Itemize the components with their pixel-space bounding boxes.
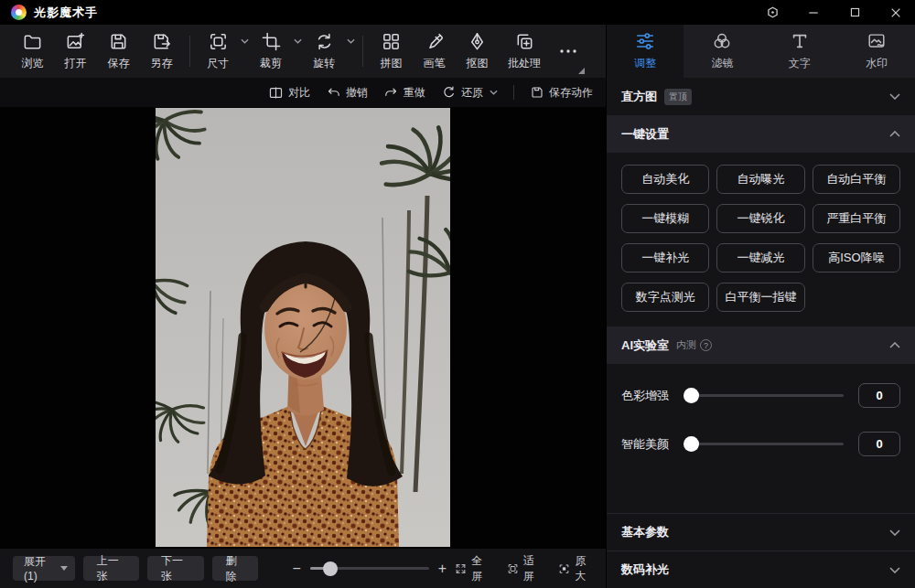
chevron-up-icon[interactable]: [889, 342, 900, 348]
photo-image: [156, 108, 450, 547]
browse-button[interactable]: 浏览: [11, 31, 54, 71]
auto-beautify-button[interactable]: 自动美化: [621, 165, 709, 194]
brush-icon: [424, 31, 445, 52]
one-key-dim-light-button[interactable]: 一键减光: [716, 243, 804, 273]
zoom-slider-handle[interactable]: [323, 561, 338, 576]
save-label: 保存: [108, 56, 130, 71]
main-toolbar: 浏览 打开 保存 另存: [0, 25, 606, 78]
delete-label: 删除: [226, 553, 245, 584]
tab-adjust-label: 调整: [634, 56, 656, 71]
save-action-icon: [530, 85, 544, 100]
more-tools-button[interactable]: [550, 39, 587, 63]
digital-fill-light-section-header[interactable]: 数码补光: [607, 551, 915, 588]
collage-grid-icon: [381, 31, 402, 52]
tab-filters[interactable]: 滤镜: [684, 25, 760, 78]
fit-screen-button[interactable]: 适屏: [507, 553, 542, 584]
resize-button[interactable]: 尺寸: [197, 31, 250, 71]
open-button[interactable]: 打开: [54, 31, 97, 71]
smart-beauty-label: 智能美颜: [621, 436, 674, 453]
one-key-buttons: 自动美化 自动曝光 自动白平衡 一键模糊 一键锐化 严重白平衡 一键补光 一键减…: [607, 153, 915, 326]
rotate-button[interactable]: 旋转: [303, 31, 356, 71]
digital-spot-metering-button[interactable]: 数字点测光: [621, 283, 709, 312]
undo-button[interactable]: 撤销: [326, 85, 368, 101]
chevron-up-icon[interactable]: [889, 131, 900, 137]
settings-gear-icon[interactable]: [764, 5, 780, 21]
close-icon[interactable]: [888, 5, 904, 21]
rotate-label: 旋转: [313, 56, 335, 71]
compare-button[interactable]: 对比: [268, 85, 310, 101]
redo-icon: [383, 85, 399, 101]
cutout-button[interactable]: 抠图: [456, 31, 499, 71]
color-enhance-slider[interactable]: [685, 394, 844, 397]
open-label: 打开: [65, 56, 87, 71]
pinned-badge: 置顶: [664, 89, 692, 105]
tab-adjust[interactable]: 调整: [607, 25, 684, 78]
delete-button[interactable]: 删除: [212, 556, 259, 581]
histogram-title: 直方图: [621, 89, 657, 105]
ai-lab-section-header[interactable]: AI实验室 内测 ?: [607, 326, 915, 364]
smart-beauty-slider[interactable]: [685, 443, 844, 445]
crop-button[interactable]: 裁剪: [250, 31, 303, 71]
batch-icon: [514, 31, 535, 52]
maximize-icon[interactable]: [846, 5, 863, 21]
fit-screen-label: 适屏: [523, 553, 542, 584]
restore-button[interactable]: 还原: [441, 85, 498, 101]
tab-filters-label: 滤镜: [711, 56, 733, 71]
app-title: 光影魔术手: [34, 5, 98, 21]
collage-button[interactable]: 拼图: [370, 31, 413, 71]
chevron-down-icon[interactable]: [889, 529, 900, 536]
one-key-fill-light-button[interactable]: 一键补光: [621, 243, 709, 273]
chevron-down-icon: [241, 38, 249, 44]
zoom-out-button[interactable]: −: [292, 561, 300, 577]
fullscreen-button[interactable]: 全屏: [455, 553, 490, 584]
beta-label: 内测: [676, 338, 696, 352]
zoom-in-button[interactable]: +: [438, 561, 447, 577]
auto-exposure-button[interactable]: 自动曝光: [716, 165, 804, 194]
restore-label: 还原: [461, 85, 483, 101]
chevron-down-icon[interactable]: [889, 93, 900, 100]
previous-button[interactable]: 上一张: [83, 556, 139, 581]
histogram-section-header[interactable]: 直方图 置顶: [607, 78, 915, 115]
view-mode-buttons: 全屏 适屏 原大: [455, 553, 593, 584]
undo-label: 撤销: [346, 85, 368, 101]
high-iso-denoise-button[interactable]: 高ISO降噪: [813, 243, 900, 273]
color-enhance-value[interactable]: 0: [858, 383, 900, 408]
white-balance-one-touch-button[interactable]: 白平衡一指键: [716, 283, 804, 312]
fullscreen-icon: [455, 561, 467, 576]
color-enhance-slider-handle[interactable]: [684, 388, 699, 403]
zoom-slider[interactable]: [310, 567, 429, 570]
compare-label: 对比: [288, 85, 310, 101]
next-button[interactable]: 下一张: [147, 556, 203, 581]
chevron-down-icon[interactable]: [889, 567, 900, 573]
one-key-blur-button[interactable]: 一键模糊: [621, 204, 709, 233]
save-action-button[interactable]: 保存动作: [530, 85, 593, 101]
minimize-icon[interactable]: [805, 5, 822, 21]
expand-filmstrip-button[interactable]: 展开(1): [13, 556, 75, 581]
tab-text[interactable]: 文字: [761, 25, 838, 78]
sliders-icon: [635, 31, 655, 51]
batch-button[interactable]: 批处理: [499, 31, 550, 71]
basic-params-section-header[interactable]: 基本参数: [607, 513, 915, 551]
save-button[interactable]: 保存: [97, 31, 140, 71]
one-key-section-header[interactable]: 一键设置: [607, 115, 915, 153]
smart-beauty-slider-handle[interactable]: [684, 436, 699, 452]
watermark-icon: [867, 31, 887, 51]
redo-label: 重做: [404, 85, 425, 101]
brush-button[interactable]: 画笔: [413, 31, 456, 71]
tab-watermark[interactable]: 水印: [838, 25, 915, 78]
save-action-label: 保存动作: [549, 85, 593, 101]
redo-button[interactable]: 重做: [383, 85, 425, 101]
window-controls: [764, 5, 904, 21]
severe-white-balance-button[interactable]: 严重白平衡: [813, 204, 900, 233]
help-icon[interactable]: ?: [700, 339, 712, 351]
panel-tabs: 调整 滤镜 文字 水印: [607, 25, 915, 78]
original-size-button[interactable]: 原大: [558, 553, 593, 584]
smart-beauty-value[interactable]: 0: [858, 432, 900, 456]
one-key-sharpen-button[interactable]: 一键锐化: [716, 204, 804, 233]
one-key-title: 一键设置: [621, 126, 669, 143]
open-image-icon: [65, 31, 86, 52]
auto-white-balance-button[interactable]: 自动白平衡: [813, 165, 900, 194]
save-as-button[interactable]: 另存: [140, 31, 183, 71]
chevron-down-icon: [490, 90, 498, 95]
original-size-label: 原大: [575, 553, 593, 584]
